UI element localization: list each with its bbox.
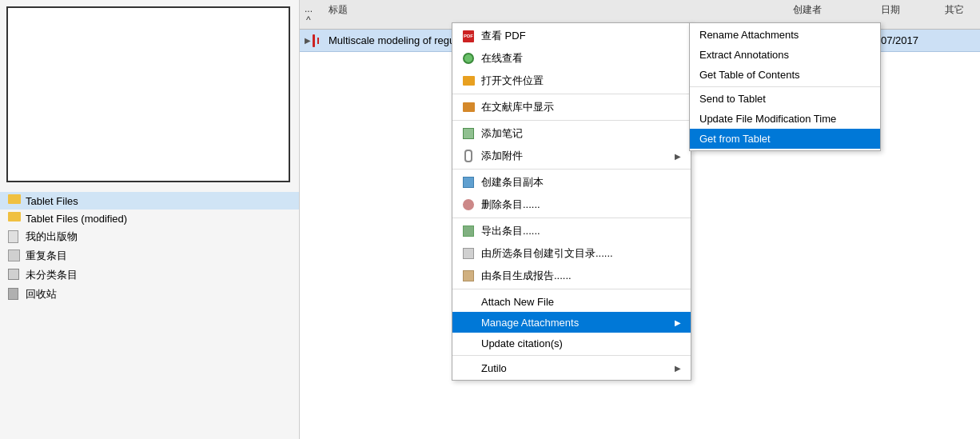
- expand-arrow: ▶: [305, 36, 311, 45]
- menu-item-attach-new-file[interactable]: Attach New File: [452, 291, 691, 312]
- row-indicator: ▶: [300, 34, 324, 47]
- menu-item-export[interactable]: 导出条目......: [452, 220, 691, 242]
- menu-label-manage-attachments: Manage Attachments: [481, 317, 668, 329]
- sidebar-list: Tablet Files Tablet Files (modified) 我的出…: [0, 189, 299, 307]
- sidebar-item-label: 重复条目: [26, 249, 67, 263]
- delete-icon: [462, 198, 475, 211]
- duplicate-icon: [8, 249, 21, 262]
- pdf-icon: PDF: [462, 30, 475, 42]
- menu-item-view-pdf[interactable]: PDF 查看 PDF: [452, 25, 691, 47]
- sub-menu-label-toc: Get Table of Contents: [699, 69, 800, 81]
- menu-label-view-pdf: 查看 PDF: [481, 29, 681, 43]
- preview-area: [6, 6, 290, 182]
- trash-icon: [8, 288, 21, 301]
- folder-special-icon: [8, 194, 21, 207]
- globe-icon: [462, 52, 475, 65]
- export-icon: [462, 225, 475, 237]
- separator-6: [452, 355, 691, 356]
- folder-lib-icon: [462, 101, 475, 114]
- separator-3: [452, 169, 691, 170]
- uncategorized-icon: [8, 269, 21, 281]
- manage-attach-icon: [462, 316, 475, 329]
- sidebar-item-label: Tablet Files: [26, 195, 78, 207]
- sub-menu-label-rename: Rename Attachments: [699, 29, 799, 41]
- sidebar-item-trash[interactable]: 回收站: [0, 285, 299, 304]
- separator-4: [452, 218, 691, 218]
- menu-item-view-online[interactable]: 在线查看: [452, 47, 691, 70]
- sub-menu-item-send-tablet[interactable]: Send to Tablet: [690, 89, 880, 109]
- zutilo-arrow: ▶: [675, 364, 681, 373]
- menu-label-show-library: 在文献库中显示: [481, 100, 681, 114]
- copy-icon: [462, 176, 475, 189]
- doc-icon: [8, 230, 21, 243]
- sub-menu-item-get-from-tablet[interactable]: Get from Tablet: [690, 129, 880, 149]
- sidebar-item-label: 未分类条目: [26, 268, 78, 282]
- status-dot: [317, 38, 319, 44]
- folder-special-modified-icon: [8, 212, 21, 225]
- menu-label-view-online: 在线查看: [481, 51, 681, 66]
- menu-item-create-bibliography[interactable]: 由所选条目创建引文目录......: [452, 242, 691, 265]
- separator-5: [452, 289, 691, 289]
- menu-item-show-in-library[interactable]: 在文献库中显示: [452, 96, 691, 118]
- menu-item-generate-report[interactable]: 由条目生成报告......: [452, 265, 691, 287]
- sidebar-item-tablet-files[interactable]: Tablet Files: [0, 192, 299, 210]
- context-menu: PDF 查看 PDF 在线查看 打开文件位置 在文献库中显示 添加笔记 添加附件…: [452, 22, 691, 381]
- menu-label-open-folder: 打开文件位置: [481, 74, 681, 88]
- zutilo-icon: [462, 361, 475, 374]
- menu-label-export: 导出条目......: [481, 224, 681, 238]
- separator-1: [452, 94, 691, 94]
- sidebar-item-label: Tablet Files (modified): [26, 213, 127, 225]
- menu-item-delete[interactable]: 删除条目......: [452, 194, 691, 216]
- menu-item-add-note[interactable]: 添加笔记: [452, 122, 691, 145]
- sub-menu-item-extract-annotations[interactable]: Extract Annotations: [690, 45, 880, 65]
- sub-menu-label-get-tablet: Get from Tablet: [699, 133, 771, 145]
- submenu-arrow: ▶: [675, 152, 681, 161]
- note-icon: [462, 127, 475, 140]
- menu-label-update-citation: Update citation(s): [481, 337, 681, 349]
- attach-new-icon: [462, 295, 475, 308]
- sub-separator-1: [690, 86, 880, 87]
- separator-2: [452, 120, 691, 121]
- sidebar-item-tablet-files-modified[interactable]: Tablet Files (modified): [0, 210, 299, 227]
- menu-item-zutilo[interactable]: Zutilo ▶: [452, 357, 691, 378]
- sub-menu-label-extract: Extract Annotations: [699, 49, 789, 61]
- menu-label-report: 由条目生成报告......: [481, 269, 681, 283]
- update-citation-icon: [462, 337, 475, 349]
- col-other-header[interactable]: 其它: [940, 3, 980, 26]
- biblio-icon: [462, 247, 475, 260]
- menu-item-manage-attachments[interactable]: Manage Attachments ▶: [452, 312, 691, 333]
- report-icon: [462, 269, 475, 282]
- file-icon: [313, 34, 315, 47]
- menu-label-zutilo: Zutilo: [481, 362, 668, 374]
- sub-menu-item-rename[interactable]: Rename Attachments: [690, 25, 880, 45]
- menu-label-add-note: 添加笔记: [481, 126, 681, 141]
- menu-label-add-attachment: 添加附件: [481, 149, 668, 163]
- sub-context-menu: Rename Attachments Extract Annotations G…: [689, 22, 881, 151]
- menu-label-bibliography: 由所选条目创建引文目录......: [481, 246, 681, 261]
- menu-label-delete: 删除条目......: [481, 198, 681, 212]
- sidebar-item-my-publications[interactable]: 我的出版物: [0, 227, 299, 246]
- sidebar-item-duplicates[interactable]: 重复条目: [0, 246, 299, 265]
- sub-menu-label-update-time: Update File Modification Time: [699, 113, 836, 125]
- sub-menu-item-table-of-contents[interactable]: Get Table of Contents: [690, 65, 880, 85]
- col-dots-header: ... ^: [300, 3, 324, 26]
- menu-item-duplicate[interactable]: 创建条目副本: [452, 171, 691, 194]
- menu-label-duplicate: 创建条目副本: [481, 175, 681, 190]
- row-date: 07/2017: [876, 34, 940, 46]
- sub-menu-label-send-tablet: Send to Tablet: [699, 93, 766, 105]
- left-panel: Tablet Files Tablet Files (modified) 我的出…: [0, 0, 300, 439]
- sidebar-item-uncategorized[interactable]: 未分类条目: [0, 265, 299, 285]
- manage-attach-arrow: ▶: [675, 318, 681, 327]
- sidebar-item-label: 我的出版物: [26, 229, 78, 244]
- attach-icon: [462, 150, 475, 162]
- menu-label-attach-new-file: Attach New File: [481, 296, 681, 308]
- sidebar-item-label: 回收站: [26, 287, 57, 301]
- sub-menu-item-update-modification-time[interactable]: Update File Modification Time: [690, 109, 880, 129]
- col-date-header[interactable]: 日期: [876, 3, 940, 26]
- menu-item-add-attachment[interactable]: 添加附件 ▶: [452, 145, 691, 167]
- menu-item-update-citation[interactable]: Update citation(s): [452, 333, 691, 353]
- folder-open-icon: [462, 74, 475, 87]
- menu-item-open-folder[interactable]: 打开文件位置: [452, 70, 691, 92]
